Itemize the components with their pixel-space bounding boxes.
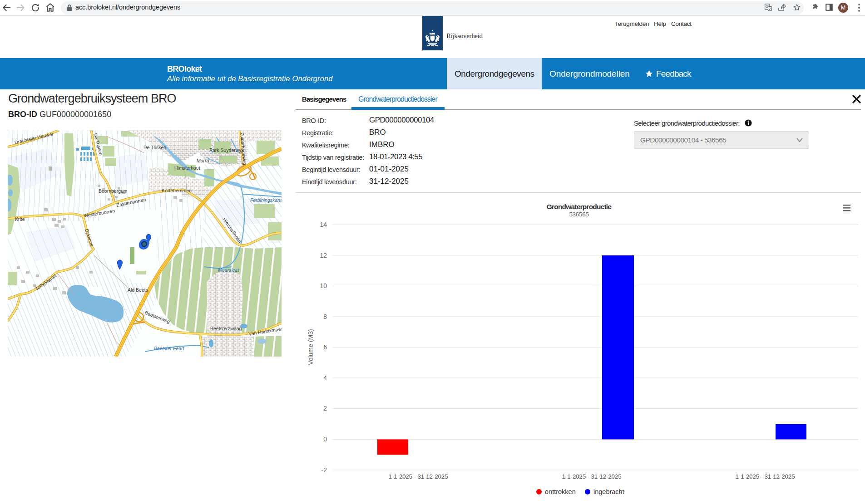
svg-text:Himsterhout: Himsterhout: [174, 165, 200, 171]
svg-text:De Trisken: De Trisken: [143, 145, 166, 150]
svg-text:Grondwaterproductie: Grondwaterproductie: [547, 203, 612, 210]
svg-text:Volume (M3): Volume (M3): [307, 329, 314, 365]
svg-text:Beetster Feart: Beetster Feart: [154, 346, 185, 351]
svg-text:2: 2: [323, 405, 327, 412]
svg-text:Ferbiningskanaal: Ferbiningskanaal: [250, 197, 282, 203]
svg-text:1-1-2025 - 31-12-2025: 1-1-2025 - 31-12-2025: [736, 473, 795, 480]
svg-text:Beetsterzwaag: Beetsterzwaag: [210, 326, 242, 331]
svg-text:Park Suyderwyk: Park Suyderwyk: [209, 147, 244, 153]
svg-text:1-1-2025 - 31-12-2025: 1-1-2025 - 31-12-2025: [562, 473, 622, 480]
svg-text:Boornbergum: Boornbergum: [99, 188, 128, 194]
svg-text:0: 0: [323, 435, 327, 443]
svg-text:8: 8: [323, 313, 327, 320]
svg-text:Ald Beets: Ald Beets: [128, 287, 148, 293]
svg-text:onttrokken: onttrokken: [545, 488, 576, 495]
svg-text:12: 12: [320, 252, 327, 259]
svg-text:1-1-2025 - 31-12-2025: 1-1-2025 - 31-12-2025: [389, 473, 448, 480]
svg-text:10: 10: [320, 282, 327, 289]
svg-text:Krite: Krite: [15, 216, 25, 222]
svg-text:6: 6: [323, 343, 327, 351]
svg-text:14: 14: [320, 221, 327, 228]
svg-text:Kortehemmen: Kortehemmen: [162, 188, 192, 193]
svg-text:Mearsleat: Mearsleat: [218, 267, 239, 273]
svg-text:Morrà: Morrà: [197, 158, 209, 163]
svg-text:4: 4: [323, 374, 327, 382]
svg-text:ingebracht: ingebracht: [593, 488, 624, 495]
svg-text:-2: -2: [321, 466, 327, 474]
svg-text:536565: 536565: [569, 211, 588, 218]
